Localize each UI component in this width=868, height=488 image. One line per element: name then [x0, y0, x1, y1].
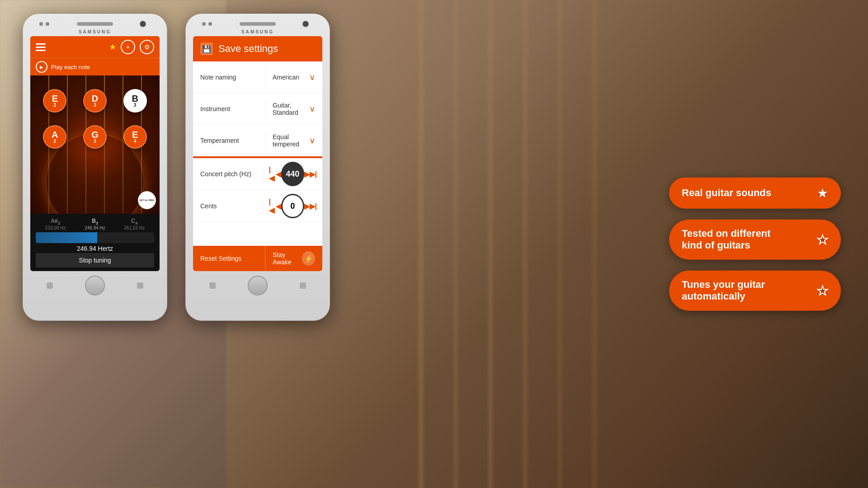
freq-hz-1: 233,08 Hz [45, 225, 66, 230]
phone2-recent-btn[interactable] [300, 282, 306, 289]
instrument-dropdown-arrow[interactable]: ∨ [309, 104, 315, 114]
cents-next-btn[interactable]: ▶ [304, 202, 310, 211]
notes-top-row: E 2 D 3 B 3 [30, 89, 160, 113]
setting-row-instrument: Instrument Guitar,Standard ∨ [193, 93, 322, 125]
settings-title: Save settings [218, 43, 278, 55]
note-naming-value[interactable]: American ∨ [265, 67, 322, 88]
settings-body: Note naming American ∨ Instrument Guitar… [193, 61, 322, 246]
phone2-bottom [193, 276, 322, 296]
freq-note-1: A#3 [45, 217, 66, 225]
phone2-camera [302, 21, 309, 27]
feature-star-2: ★ [817, 232, 828, 247]
phone2-screen: 💾 Save settings Note naming American ∨ [193, 36, 322, 271]
phone1-camera [140, 21, 146, 27]
concert-pitch-controls: |◀ ◀ 440 ▶ ▶| [264, 158, 322, 190]
temperament-dropdown-arrow[interactable]: ∨ [309, 136, 315, 145]
stay-awake-text: Stay Awake [273, 251, 302, 266]
feature-star-3: ★ [817, 283, 828, 298]
setting-row-temperament: Temperament Equaltempered ∨ [193, 125, 322, 156]
phone1-top [30, 22, 160, 26]
instrument-label: Instrument [193, 100, 265, 118]
stop-tuning-button[interactable]: Stop tuning [36, 253, 154, 267]
feature-star-1: ★ [817, 186, 828, 201]
freq-hz-3: 261,63 Hz [124, 225, 145, 230]
phone1-screen: ★ + ⚙ ▶ Play each note [30, 36, 160, 271]
get-free-text: GET for FREE [139, 199, 154, 202]
tuner-screen: ★ + ⚙ ▶ Play each note [30, 36, 160, 271]
phone1: SAMSUNG ★ + ⚙ ▶ Play each note [23, 14, 167, 321]
hertz-display: 246.94 Hertz [36, 245, 154, 252]
add-icon[interactable]: + [121, 40, 135, 54]
instrument-value[interactable]: Guitar,Standard ∨ [265, 96, 322, 122]
settings-screen: 💾 Save settings Note naming American ∨ [193, 36, 322, 271]
phone1-speaker [77, 22, 113, 26]
hamburger-icon[interactable] [36, 43, 46, 51]
cents-row: Cents |◀ ◀ 0 ▶ ▶| [193, 190, 322, 222]
concert-pitch-prev-btn[interactable]: ◀ [276, 170, 281, 178]
instrument-text: Guitar,Standard [273, 102, 298, 116]
note-naming-text: American [273, 74, 299, 81]
note-E4[interactable]: E 4 [123, 125, 147, 149]
freq-note-3: C4 [124, 217, 145, 225]
reset-settings-label[interactable]: Reset Settings [193, 246, 265, 271]
play-text: Play each note [51, 64, 90, 70]
note-E2[interactable]: E 2 [43, 89, 66, 113]
concert-pitch-start-btn[interactable]: |◀ [269, 166, 276, 183]
phone2: SAMSUNG 💾 Save settings Note naming Amer… [185, 14, 330, 321]
tuner-bottom: A#3 233,08 Hz B3 246,94 Hz C4 261,63 Hz [30, 214, 160, 271]
phone2-home-btn[interactable] [248, 276, 268, 296]
temperament-text: Equaltempered [273, 133, 299, 148]
note-A2[interactable]: A 2 [43, 125, 66, 149]
phone1-dots [39, 22, 49, 26]
notes-bottom-row: A 2 G 3 E 4 [30, 125, 160, 149]
feature-text-2: Tested on differentkind of guitars [682, 228, 810, 252]
phone2-back-btn[interactable] [209, 282, 216, 289]
concert-pitch-next-btn[interactable]: ▶ [304, 170, 310, 178]
temperament-value[interactable]: Equaltempered ∨ [265, 128, 322, 153]
concert-pitch-end-btn[interactable]: ▶| [310, 170, 317, 178]
settings-header: 💾 Save settings [193, 36, 322, 61]
concert-pitch-display: 440 [281, 162, 304, 186]
concert-pitch-row: Concert pitch (Hz) |◀ ◀ 440 ▶ ▶| [193, 158, 322, 190]
phone2-top [193, 22, 322, 26]
freq-item-1: A#3 233,08 Hz [45, 217, 66, 230]
note-G3[interactable]: G 3 [83, 125, 107, 149]
freq-row: A#3 233,08 Hz B3 246,94 Hz C4 261,63 Hz [36, 217, 154, 230]
phone2-speaker [240, 22, 276, 26]
feature-pill-1: Real guitar sounds ★ [669, 178, 841, 209]
temperament-label: Temperament [193, 131, 265, 150]
phone1-home-btn[interactable] [85, 276, 105, 296]
features-container: Real guitar sounds ★ Tested on different… [669, 178, 841, 311]
settings-footer: Reset Settings Stay Awake ⚡ [193, 246, 322, 271]
cents-prev-btn[interactable]: ◀ [276, 202, 281, 211]
play-banner: ▶ Play each note [30, 58, 160, 75]
tuner-bar-fill [36, 232, 97, 243]
lightning-icon[interactable]: ⚡ [302, 251, 315, 266]
settings-icon[interactable]: ⚙ [140, 40, 154, 54]
cents-end-btn[interactable]: ▶| [310, 202, 317, 211]
header-icons: ★ + ⚙ [109, 40, 154, 54]
freq-item-2: B3 246,94 Hz [85, 217, 105, 230]
freq-item-3: C4 261,63 Hz [124, 217, 145, 230]
freq-hz-2: 246,94 Hz [85, 225, 105, 230]
play-button[interactable]: ▶ [36, 61, 47, 73]
feature-pill-3: Tunes your guitarautomatically ★ [669, 271, 841, 311]
cents-controls: |◀ ◀ 0 ▶ ▶| [264, 190, 322, 222]
setting-row-note-naming: Note naming American ∨ [193, 61, 322, 93]
feature-text-3: Tunes your guitarautomatically [682, 279, 810, 303]
cents-start-btn[interactable]: |◀ [269, 198, 276, 215]
note-naming-label: Note naming [193, 68, 265, 86]
note-naming-dropdown-arrow[interactable]: ∨ [309, 72, 315, 82]
feature-pill-2: Tested on differentkind of guitars ★ [669, 220, 841, 260]
note-D3[interactable]: D 3 [83, 89, 107, 113]
phone1-back-btn[interactable] [47, 282, 53, 289]
tuner-bar [36, 232, 154, 243]
freq-note-2: B3 [85, 217, 105, 225]
tuner-header: ★ + ⚙ [30, 36, 160, 58]
note-B3[interactable]: B 3 [123, 89, 147, 113]
favorite-icon[interactable]: ★ [109, 42, 116, 52]
cents-label: Cents [193, 199, 264, 213]
phones-container: SAMSUNG ★ + ⚙ ▶ Play each note [23, 14, 330, 321]
phone1-recent-btn[interactable] [137, 282, 143, 289]
cents-display: 0 [281, 194, 304, 218]
